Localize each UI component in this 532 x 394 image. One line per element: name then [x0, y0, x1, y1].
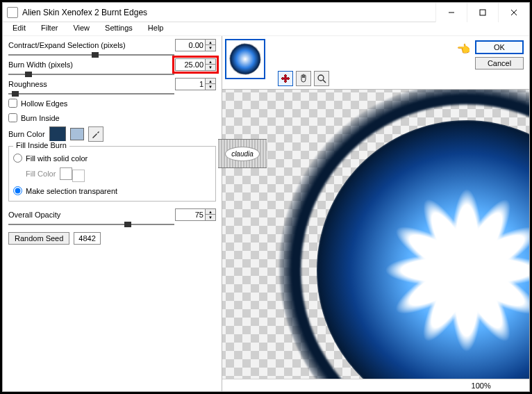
- contract-label: Contract/Expand Selection (pixels): [8, 41, 126, 49]
- burn-color-label: Burn Color: [8, 130, 45, 138]
- preview-canvas[interactable]: [222, 89, 529, 379]
- hollow-edges-label: Hollow Edges: [21, 99, 67, 108]
- close-button[interactable]: [498, 3, 529, 22]
- maximize-button[interactable]: [467, 3, 498, 22]
- burn-color-row: Burn Color: [8, 126, 216, 142]
- pointing-hand-icon: 👉: [457, 42, 471, 56]
- burnwidth-slider[interactable]: [8, 74, 174, 75]
- spin-up-icon[interactable]: ▲: [206, 40, 215, 45]
- settings-panel: Contract/Expand Selection (pixels) ▲▼ Bu…: [3, 36, 222, 391]
- menu-view[interactable]: View: [66, 22, 97, 35]
- param-roughness: Roughness ▲▼: [8, 78, 216, 95]
- random-seed-value[interactable]: 4842: [74, 232, 100, 245]
- svg-point-4: [318, 75, 324, 81]
- hollow-edges-checkbox[interactable]: Hollow Edges: [8, 99, 216, 108]
- spin-down-icon[interactable]: ▼: [206, 65, 215, 70]
- menu-help[interactable]: Help: [141, 22, 171, 35]
- status-bar: 100%: [222, 379, 529, 391]
- menubar: Edit Filter View Settings Help: [3, 22, 529, 36]
- burnwidth-spinbox[interactable]: ▲▼: [175, 58, 216, 71]
- burnwidth-label: Burn Width (pixels): [8, 60, 73, 69]
- opacity-input[interactable]: [176, 209, 205, 220]
- menu-edit[interactable]: Edit: [6, 22, 33, 35]
- spin-up-icon[interactable]: ▲: [206, 59, 215, 65]
- preview-image: [279, 89, 529, 379]
- minimize-button[interactable]: [435, 3, 467, 22]
- preset-thumb-image: [229, 43, 261, 75]
- svg-line-5: [323, 80, 326, 83]
- fill-solid-label: Fill with solid color: [26, 154, 88, 163]
- random-seed-button[interactable]: Random Seed: [8, 232, 69, 245]
- app-icon: [7, 7, 18, 18]
- opacity-label: Overall Opacity: [8, 211, 60, 219]
- titlebar: Alien Skin Xenofex 2 Burnt Edges: [3, 3, 529, 22]
- roughness-input[interactable]: [176, 79, 205, 90]
- preset-thumbnail[interactable]: [225, 39, 265, 79]
- roughness-spinbox[interactable]: ▲▼: [175, 78, 216, 90]
- roughness-slider[interactable]: [8, 93, 174, 95]
- spin-up-icon[interactable]: ▲: [206, 79, 215, 84]
- preview-panel: 👉 OK Cancel 100%: [222, 36, 529, 391]
- fill-transparent-label: Make selection transparent: [26, 187, 117, 195]
- spin-down-icon[interactable]: ▼: [206, 45, 215, 51]
- window-title: Alien Skin Xenofex 2 Burnt Edges: [22, 8, 435, 17]
- menu-filter[interactable]: Filter: [34, 22, 65, 35]
- spin-up-icon[interactable]: ▲: [206, 209, 215, 215]
- zoom-tool-button[interactable]: [314, 71, 329, 86]
- fill-inside-group: Fill Inside Burn Fill with solid color F…: [8, 146, 216, 202]
- cancel-button[interactable]: Cancel: [475, 57, 524, 69]
- ok-button[interactable]: 👉 OK: [475, 40, 524, 54]
- fill-color-row: Fill Color: [26, 165, 211, 182]
- param-contract: Contract/Expand Selection (pixels) ▲▼: [8, 39, 216, 56]
- fill-color-swatch-secondary[interactable]: [72, 170, 85, 182]
- fill-color-swatch[interactable]: [60, 167, 72, 180]
- param-opacity: Overall Opacity ▲▼: [8, 208, 216, 225]
- contract-input[interactable]: [176, 40, 205, 51]
- param-burnwidth: Burn Width (pixels) ▲▼: [8, 58, 216, 75]
- spin-down-icon[interactable]: ▼: [206, 215, 215, 220]
- opacity-slider[interactable]: [8, 224, 174, 225]
- spin-down-icon[interactable]: ▼: [206, 84, 215, 90]
- menu-settings[interactable]: Settings: [98, 22, 140, 35]
- contract-slider[interactable]: [8, 54, 174, 56]
- opacity-spinbox[interactable]: ▲▼: [175, 208, 216, 221]
- burn-inside-label: Burn Inside: [21, 114, 60, 122]
- contract-spinbox[interactable]: ▲▼: [175, 39, 216, 51]
- move-tool-button[interactable]: [278, 71, 293, 86]
- fill-solid-radio[interactable]: Fill with solid color: [13, 154, 211, 163]
- watermark: claudia: [218, 139, 267, 168]
- burn-color-swatch-secondary[interactable]: [70, 128, 84, 140]
- hand-tool-button[interactable]: [296, 71, 311, 86]
- burn-inside-checkbox[interactable]: Burn Inside: [8, 113, 216, 122]
- burnwidth-input[interactable]: [176, 59, 205, 70]
- eyedropper-button[interactable]: [88, 126, 103, 142]
- fill-group-title: Fill Inside Burn: [13, 141, 69, 149]
- zoom-readout: 100%: [472, 381, 501, 390]
- burn-color-swatch[interactable]: [49, 126, 66, 142]
- preset-strip: 👉 OK Cancel: [222, 36, 529, 89]
- svg-rect-1: [480, 10, 485, 15]
- roughness-label: Roughness: [8, 80, 47, 88]
- fill-transparent-radio[interactable]: Make selection transparent: [13, 186, 211, 195]
- fill-color-label: Fill Color: [26, 170, 56, 178]
